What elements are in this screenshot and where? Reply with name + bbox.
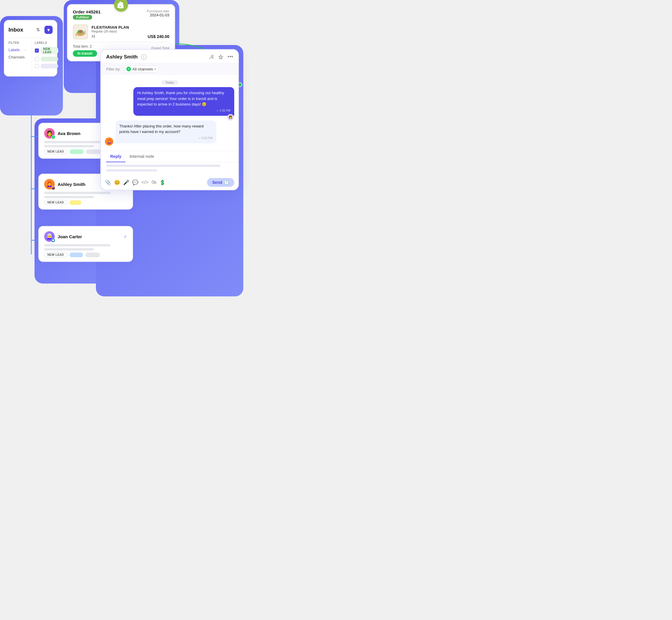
conv-card-joan[interactable]: 👩‍🦳 💬 Joan Carter ✓ NEW LEAD [38, 226, 133, 262]
ava-name: Ava Brown [58, 131, 81, 136]
instagram-badge-ashley: 📷 [51, 186, 55, 190]
filter-bar: Filter by: ✓ All channels ▾ [101, 63, 238, 75]
joan-pill-1 [69, 253, 83, 257]
ashley-line-2 [44, 196, 94, 198]
add-contact-button[interactable] [209, 54, 214, 60]
chat-icon[interactable]: 💬 [132, 179, 138, 186]
reply-tab[interactable]: Reply [106, 151, 126, 162]
label-item-3 [35, 64, 58, 68]
joan-meta: ✓ [124, 234, 127, 239]
joan-name: Joan Carter [58, 234, 82, 239]
inbox-icons: ⇅ ▼ [34, 26, 53, 34]
msg-time-out-1: ✓ 4:35 PM [137, 108, 230, 113]
filter-button[interactable]: ▼ [44, 26, 53, 34]
reply-input-line-1 [106, 165, 221, 167]
sender-avatar: 👩‍🦰 [105, 138, 113, 146]
avatar-joan: 👩‍🦳 💬 [44, 231, 55, 242]
wa-icon-filter: ✓ [126, 67, 131, 71]
channel-filter-button[interactable]: ✓ All channels ▾ [123, 65, 159, 72]
joan-new-lead-tag: NEW LEAD [44, 252, 67, 257]
avatar-ava: 👩 ✓ [44, 128, 55, 139]
sort-button[interactable]: ⇅ [34, 26, 42, 34]
msg-row-in-1: 👩‍🦰 Thanks! After placing this order, ho… [105, 120, 234, 146]
svg-rect-10 [85, 31, 85, 35]
joan-line-2 [44, 248, 94, 251]
filter-options: Labels › Channels › [8, 46, 26, 61]
msg-in-1: Thanks! After placing this order, how ma… [115, 120, 217, 143]
chat-header: Ashley Smith i ••• [101, 50, 238, 63]
ava-pill-2 [86, 149, 101, 154]
info-icon[interactable]: i [141, 54, 146, 60]
chat-header-actions: ••• [209, 54, 233, 60]
purchased-date-val: 2024-01-03 [147, 13, 169, 17]
send-label: Send [212, 180, 222, 185]
product-name: FLEXITARIAN PLAN [92, 25, 169, 30]
msg-text-in-1: Thanks! After placing this order, how ma… [119, 124, 203, 134]
code-icon[interactable]: </> [141, 179, 149, 185]
fulfilled-badge: Fulfilled [73, 15, 92, 19]
channels-arrow: › [25, 56, 26, 59]
reply-input-line-2 [106, 169, 157, 171]
conv-person-joan: 👩‍🦳 💬 Joan Carter ✓ [44, 231, 127, 242]
ashley-pill-1 [69, 200, 81, 205]
filter-label: FILTER [8, 41, 26, 44]
today-badge: Today [105, 80, 234, 85]
msg-text-out-1: Hi Ashley Smith, thank you for choosing … [137, 91, 224, 106]
label-checkbox-1[interactable]: ✓ [35, 49, 39, 53]
msg-row-out-1: Hi Ashley Smith, thank you for choosing … [105, 87, 234, 118]
joan-tags: NEW LEAD [44, 252, 127, 257]
ava-new-lead-tag: NEW LEAD [44, 149, 67, 154]
filter-section: FILTER Labels › Channels › LABELS ✓ [8, 38, 53, 71]
total-item-label: Total item: 2 [73, 44, 97, 49]
joan-pill-2 [85, 253, 100, 257]
bag-icon[interactable]: 🛍 [151, 179, 156, 185]
more-button[interactable]: ••• [228, 54, 233, 60]
ashley-name: Ashley Smith [58, 182, 85, 187]
label-chip-empty-1 [41, 57, 58, 61]
emoji-icon[interactable]: 😊 [114, 179, 120, 186]
ava-line-2 [44, 145, 94, 147]
today-pill: Today [161, 80, 178, 85]
dollar-icon[interactable]: 💲 [159, 179, 165, 186]
labels-col: LABELS ✓ NEW LEAD [32, 41, 58, 71]
label-item-2 [35, 57, 58, 61]
filter-labels-row[interactable]: Labels › [8, 46, 26, 53]
channel-dropdown-icon: ▾ [154, 67, 156, 71]
label-item-1: ✓ NEW LEAD [35, 47, 58, 54]
inbox-panel: Inbox ⇅ ▼ FILTER Labels › Channels › [4, 20, 57, 76]
label-chip-empty-2 [41, 64, 58, 68]
audio-icon[interactable]: 🎤 [123, 179, 129, 186]
agent-avatar: 👩 [227, 114, 234, 120]
product-sub: Regular (20 days) [92, 30, 169, 33]
filter-by-label: Filter by: [106, 67, 121, 71]
whatsapp-badge-ava: ✓ [51, 135, 55, 139]
reply-section: Reply Internal note 📎 😊 🎤 💬 </> 🛍 💲 Send… [101, 151, 238, 190]
star-button[interactable] [218, 54, 224, 60]
send-button[interactable]: Send 🕐 [207, 178, 234, 187]
chat-contact-name: Ashley Smith [106, 54, 138, 60]
messenger-badge-joan: 💬 [51, 238, 55, 242]
channels-option: Channels [8, 55, 25, 59]
product-details: FLEXITARIAN PLAN Regular (20 days) x1 US… [92, 25, 169, 39]
reply-toolbar: 📎 😊 🎤 💬 </> 🛍 💲 Send 🕐 [101, 176, 238, 190]
in-transit-badge: In transit [73, 50, 97, 57]
label-checkbox-2[interactable] [35, 57, 39, 61]
svg-point-8 [79, 31, 82, 33]
reply-tabs: Reply Internal note [101, 151, 238, 162]
msg-out-1: Hi Ashley Smith, thank you for choosing … [133, 87, 234, 116]
internal-note-tab[interactable]: Internal note [126, 151, 158, 162]
label-checkbox-3[interactable] [35, 64, 39, 68]
ashley-tags: NEW LEAD [44, 200, 127, 205]
send-clock-icon: 🕐 [224, 180, 229, 185]
avatar-ashley: 👩‍🦰 📷 [44, 179, 55, 190]
filter-channels-row[interactable]: Channels › [8, 53, 26, 61]
msg-time-in-1: ✓ 4:35 PM [119, 136, 212, 140]
reply-body [101, 162, 238, 176]
product-qty-price: x1 US$ 240.00 [92, 34, 169, 39]
attach-icon[interactable]: 📎 [105, 179, 111, 186]
product-image [73, 24, 88, 40]
inbox-header: Inbox ⇅ ▼ [8, 26, 53, 34]
labels-title: LABELS [35, 41, 58, 44]
channel-filter-label: All channels [133, 67, 153, 71]
order-product-row: FLEXITARIAN PLAN Regular (20 days) x1 US… [73, 24, 169, 40]
